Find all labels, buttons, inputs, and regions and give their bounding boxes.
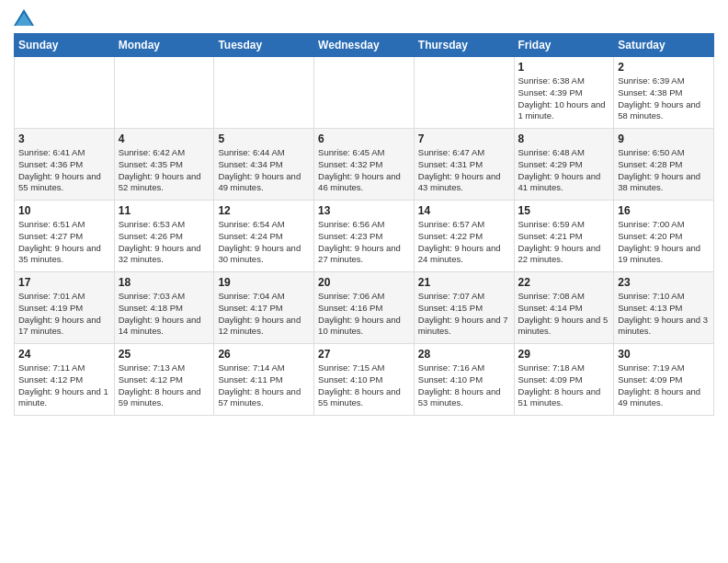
day-number: 18 [119, 276, 210, 289]
cell-w2-d2: 5Sunrise: 6:44 AM Sunset: 4:34 PM Daylig… [214, 129, 314, 201]
cell-w2-d0: 3Sunrise: 6:41 AM Sunset: 4:36 PM Daylig… [15, 129, 115, 201]
day-number: 26 [218, 348, 310, 361]
cell-w2-d3: 6Sunrise: 6:45 AM Sunset: 4:32 PM Daylig… [314, 129, 415, 201]
day-info: Sunrise: 7:19 AM Sunset: 4:09 PM Dayligh… [618, 362, 710, 409]
cell-w3-d6: 16Sunrise: 7:00 AM Sunset: 4:20 PM Dayli… [614, 201, 714, 272]
day-number: 2 [618, 61, 710, 74]
cell-w3-d1: 11Sunrise: 6:53 AM Sunset: 4:26 PM Dayli… [114, 201, 214, 272]
day-info: Sunrise: 7:10 AM Sunset: 4:13 PM Dayligh… [618, 291, 710, 338]
day-info: Sunrise: 7:06 AM Sunset: 4:16 PM Dayligh… [318, 291, 410, 338]
day-number: 21 [418, 276, 510, 289]
calendar-table: Sunday Monday Tuesday Wednesday Thursday… [14, 33, 714, 416]
col-saturday: Saturday [614, 34, 714, 57]
day-info: Sunrise: 7:13 AM Sunset: 4:12 PM Dayligh… [119, 362, 210, 409]
header [14, 9, 714, 26]
day-number: 8 [518, 132, 610, 145]
day-number: 22 [518, 276, 610, 289]
day-number: 14 [418, 204, 510, 217]
cell-w2-d4: 7Sunrise: 6:47 AM Sunset: 4:31 PM Daylig… [414, 129, 514, 201]
cell-w4-d5: 22Sunrise: 7:08 AM Sunset: 4:14 PM Dayli… [514, 272, 614, 344]
cell-w3-d0: 10Sunrise: 6:51 AM Sunset: 4:27 PM Dayli… [15, 201, 115, 272]
day-info: Sunrise: 7:04 AM Sunset: 4:17 PM Dayligh… [218, 291, 310, 338]
day-info: Sunrise: 7:01 AM Sunset: 4:19 PM Dayligh… [18, 291, 110, 338]
cell-w2-d1: 4Sunrise: 6:42 AM Sunset: 4:35 PM Daylig… [114, 129, 214, 201]
cell-w3-d3: 13Sunrise: 6:56 AM Sunset: 4:23 PM Dayli… [314, 201, 415, 272]
day-number: 11 [119, 204, 210, 217]
day-number: 30 [618, 348, 710, 361]
col-monday: Monday [114, 34, 214, 57]
col-sunday: Sunday [15, 34, 115, 57]
day-info: Sunrise: 7:16 AM Sunset: 4:10 PM Dayligh… [418, 362, 510, 409]
cell-w1-d5: 1Sunrise: 6:38 AM Sunset: 4:39 PM Daylig… [514, 57, 614, 129]
week-row-1: 1Sunrise: 6:38 AM Sunset: 4:39 PM Daylig… [15, 57, 714, 129]
col-wednesday: Wednesday [314, 34, 415, 57]
logo-icon [14, 9, 34, 26]
day-number: 6 [318, 132, 410, 145]
cell-w1-d6: 2Sunrise: 6:39 AM Sunset: 4:38 PM Daylig… [614, 57, 714, 129]
day-info: Sunrise: 7:03 AM Sunset: 4:18 PM Dayligh… [119, 291, 210, 338]
day-info: Sunrise: 6:57 AM Sunset: 4:22 PM Dayligh… [418, 219, 510, 266]
day-number: 19 [218, 276, 310, 289]
day-number: 23 [618, 276, 710, 289]
calendar-header: Sunday Monday Tuesday Wednesday Thursday… [15, 34, 714, 57]
cell-w2-d6: 9Sunrise: 6:50 AM Sunset: 4:28 PM Daylig… [614, 129, 714, 201]
day-info: Sunrise: 6:53 AM Sunset: 4:26 PM Dayligh… [119, 219, 210, 266]
day-info: Sunrise: 6:39 AM Sunset: 4:38 PM Dayligh… [618, 75, 710, 122]
header-row: Sunday Monday Tuesday Wednesday Thursday… [15, 34, 714, 57]
day-info: Sunrise: 6:44 AM Sunset: 4:34 PM Dayligh… [218, 147, 310, 194]
page-container: Sunday Monday Tuesday Wednesday Thursday… [0, 0, 728, 425]
day-number: 25 [119, 348, 210, 361]
cell-w5-d4: 28Sunrise: 7:16 AM Sunset: 4:10 PM Dayli… [414, 344, 514, 416]
cell-w4-d6: 23Sunrise: 7:10 AM Sunset: 4:13 PM Dayli… [614, 272, 714, 344]
week-row-5: 24Sunrise: 7:11 AM Sunset: 4:12 PM Dayli… [15, 344, 714, 416]
day-number: 24 [18, 348, 110, 361]
day-info: Sunrise: 6:45 AM Sunset: 4:32 PM Dayligh… [318, 147, 410, 194]
day-number: 1 [518, 61, 610, 74]
day-info: Sunrise: 6:41 AM Sunset: 4:36 PM Dayligh… [18, 147, 110, 194]
day-info: Sunrise: 7:00 AM Sunset: 4:20 PM Dayligh… [618, 219, 710, 266]
day-info: Sunrise: 7:07 AM Sunset: 4:15 PM Dayligh… [418, 291, 510, 338]
logo [14, 9, 38, 26]
cell-w1-d1 [114, 57, 214, 129]
cell-w4-d2: 19Sunrise: 7:04 AM Sunset: 4:17 PM Dayli… [214, 272, 314, 344]
day-info: Sunrise: 6:47 AM Sunset: 4:31 PM Dayligh… [418, 147, 510, 194]
day-number: 3 [18, 132, 110, 145]
day-info: Sunrise: 6:42 AM Sunset: 4:35 PM Dayligh… [119, 147, 210, 194]
cell-w4-d4: 21Sunrise: 7:07 AM Sunset: 4:15 PM Dayli… [414, 272, 514, 344]
day-info: Sunrise: 6:48 AM Sunset: 4:29 PM Dayligh… [518, 147, 610, 194]
day-info: Sunrise: 6:56 AM Sunset: 4:23 PM Dayligh… [318, 219, 410, 266]
day-number: 13 [318, 204, 410, 217]
cell-w1-d2 [214, 57, 314, 129]
day-number: 15 [518, 204, 610, 217]
day-info: Sunrise: 7:15 AM Sunset: 4:10 PM Dayligh… [318, 362, 410, 409]
day-info: Sunrise: 6:50 AM Sunset: 4:28 PM Dayligh… [618, 147, 710, 194]
cell-w4-d3: 20Sunrise: 7:06 AM Sunset: 4:16 PM Dayli… [314, 272, 415, 344]
cell-w1-d3 [314, 57, 415, 129]
day-number: 10 [18, 204, 110, 217]
col-tuesday: Tuesday [214, 34, 314, 57]
calendar-body: 1Sunrise: 6:38 AM Sunset: 4:39 PM Daylig… [15, 57, 714, 416]
day-number: 20 [318, 276, 410, 289]
day-number: 28 [418, 348, 510, 361]
cell-w5-d0: 24Sunrise: 7:11 AM Sunset: 4:12 PM Dayli… [15, 344, 115, 416]
cell-w2-d5: 8Sunrise: 6:48 AM Sunset: 4:29 PM Daylig… [514, 129, 614, 201]
cell-w5-d3: 27Sunrise: 7:15 AM Sunset: 4:10 PM Dayli… [314, 344, 415, 416]
cell-w3-d2: 12Sunrise: 6:54 AM Sunset: 4:24 PM Dayli… [214, 201, 314, 272]
cell-w4-d1: 18Sunrise: 7:03 AM Sunset: 4:18 PM Dayli… [114, 272, 214, 344]
day-info: Sunrise: 6:51 AM Sunset: 4:27 PM Dayligh… [18, 219, 110, 266]
day-number: 17 [18, 276, 110, 289]
day-info: Sunrise: 6:38 AM Sunset: 4:39 PM Dayligh… [518, 75, 610, 122]
cell-w3-d4: 14Sunrise: 6:57 AM Sunset: 4:22 PM Dayli… [414, 201, 514, 272]
day-info: Sunrise: 7:14 AM Sunset: 4:11 PM Dayligh… [218, 362, 310, 409]
day-info: Sunrise: 7:18 AM Sunset: 4:09 PM Dayligh… [518, 362, 610, 409]
cell-w5-d1: 25Sunrise: 7:13 AM Sunset: 4:12 PM Dayli… [114, 344, 214, 416]
week-row-2: 3Sunrise: 6:41 AM Sunset: 4:36 PM Daylig… [15, 129, 714, 201]
day-info: Sunrise: 6:59 AM Sunset: 4:21 PM Dayligh… [518, 219, 610, 266]
cell-w1-d4 [414, 57, 514, 129]
col-friday: Friday [514, 34, 614, 57]
day-info: Sunrise: 7:08 AM Sunset: 4:14 PM Dayligh… [518, 291, 610, 338]
day-number: 16 [618, 204, 710, 217]
cell-w5-d2: 26Sunrise: 7:14 AM Sunset: 4:11 PM Dayli… [214, 344, 314, 416]
day-number: 29 [518, 348, 610, 361]
day-info: Sunrise: 7:11 AM Sunset: 4:12 PM Dayligh… [18, 362, 110, 409]
